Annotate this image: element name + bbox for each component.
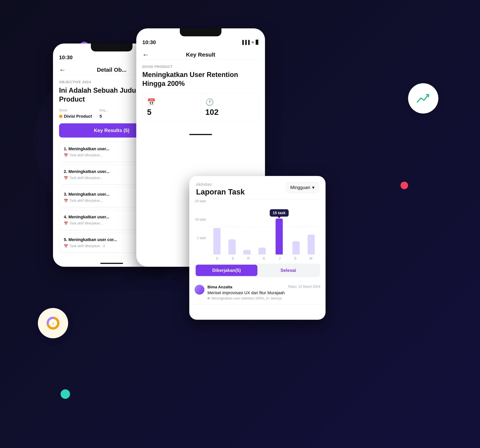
middle-phone-status-icons: ▐▐▐ ≈ ▊ bbox=[241, 40, 259, 45]
back-phone-nav-title: Detail Ob... bbox=[97, 67, 127, 73]
stat-value-1: 5 bbox=[147, 108, 151, 117]
bar-S2 bbox=[225, 239, 240, 254]
x-labels: S S R K J S M bbox=[208, 257, 320, 260]
donut-chart-icon-circle: $ bbox=[38, 308, 68, 338]
x-label-S2: S bbox=[225, 257, 241, 260]
task-author-1: Bima Anzalta bbox=[207, 285, 232, 289]
x-label-S3: S bbox=[288, 257, 303, 260]
x-label-K: K bbox=[256, 257, 272, 260]
chart-trend-icon-circle bbox=[408, 83, 438, 113]
dropdown-label: Mingguan bbox=[290, 185, 310, 190]
y-label-20: 20 task bbox=[195, 199, 206, 203]
stat-value-2: 102 bbox=[205, 108, 219, 117]
task-tag-1: Meningkatkan user retention 200%, 2+ lai… bbox=[212, 296, 282, 301]
back-phone-back-arrow[interactable]: ← bbox=[59, 66, 66, 74]
key-value: 5 bbox=[99, 114, 102, 119]
x-label-R: R bbox=[240, 257, 256, 260]
middle-phone-back-arrow[interactable]: ← bbox=[142, 51, 149, 59]
x-label-J: J bbox=[272, 257, 288, 260]
calendar-icon-2: 📅 bbox=[64, 176, 68, 180]
divisi-dot bbox=[59, 115, 63, 118]
calendar-icon-1: 📅 bbox=[64, 153, 68, 157]
calendar-icon-4: 📅 bbox=[64, 221, 68, 225]
middle-phone-nav-title: Key Result bbox=[186, 51, 215, 58]
x-label-S1: S bbox=[209, 257, 225, 260]
laporan-task-card: Aktivitas Laporan Task Mingguan ▾ 20 tas… bbox=[189, 176, 325, 320]
mingguan-dropdown[interactable]: Mingguan ▾ bbox=[286, 182, 319, 193]
key-label: Key... bbox=[99, 108, 108, 112]
calendar-icon-5: 📅 bbox=[64, 244, 68, 248]
stats-row: 📅 5 🕐 102 bbox=[142, 93, 259, 121]
bar-R bbox=[240, 250, 254, 254]
bar-M bbox=[304, 235, 319, 254]
kr-main-title: Meningkatkan User Retention Hingga 200% bbox=[142, 70, 259, 88]
back-phone-time: 10:30 bbox=[59, 55, 73, 61]
divisi-label: Divisi bbox=[59, 108, 92, 112]
task-date-1: Rabu, 12 Maret 2024 bbox=[288, 285, 320, 289]
y-label-10: 10 task bbox=[195, 217, 206, 222]
tag-icon-1: ⟳ bbox=[207, 297, 210, 300]
bar-chart: 20 task 10 task 1 task bbox=[189, 199, 325, 264]
x-label-M: M bbox=[303, 257, 319, 260]
bar-S1 bbox=[209, 228, 225, 254]
kr-sub-5: Task aktif dikerjakan : 3 bbox=[70, 244, 105, 248]
kr-sub-3: Task aktif dikerjakan... bbox=[70, 199, 103, 203]
task-item-1[interactable]: Bima Anzalta Rabu, 12 Maret 2024 Meriset… bbox=[189, 281, 325, 304]
chart-y-axis: 20 task 10 task 1 task bbox=[195, 199, 208, 260]
middle-phone-home-indicator bbox=[189, 134, 212, 135]
middle-phone-time: 10:30 bbox=[142, 39, 156, 45]
bar-J: 15 task bbox=[270, 209, 289, 254]
clock-stat-icon: 🕐 bbox=[205, 98, 214, 106]
laporan-section-title: Laporan Task bbox=[196, 188, 245, 196]
bar-S3 bbox=[289, 241, 304, 254]
tab-row: Dikerjakan(5) Selesai bbox=[195, 264, 320, 277]
calendar-icon-3: 📅 bbox=[64, 199, 68, 203]
laporan-section-label: Aktivitas bbox=[196, 182, 245, 187]
stat-box-1: 📅 5 bbox=[142, 94, 201, 121]
chart-bars-area: 15 task S S bbox=[208, 199, 320, 260]
chevron-down-icon: ▾ bbox=[312, 185, 314, 190]
divisi-product-label: DIVISI PRODUCT bbox=[142, 65, 259, 69]
calendar-stat-icon: 📅 bbox=[147, 98, 155, 106]
kr-sub-4: Task aktif dikerjakan... bbox=[70, 221, 103, 225]
back-phone-home-indicator bbox=[100, 263, 123, 264]
bars-row: 15 task bbox=[208, 199, 320, 254]
kr-sub-1: Task aktif dikerjakan... bbox=[70, 153, 103, 157]
tab-dikerjakan[interactable]: Dikerjakan(5) bbox=[196, 265, 257, 276]
tab-selesai[interactable]: Selesai bbox=[257, 265, 319, 276]
bar-K bbox=[254, 248, 270, 254]
divisi-value: Divisi Product bbox=[64, 114, 92, 119]
kr-sub-2: Task aktif dikerjakan... bbox=[70, 176, 103, 180]
task-info-1: Bima Anzalta Rabu, 12 Maret 2024 Meriset… bbox=[207, 285, 320, 301]
svg-text:$: $ bbox=[52, 322, 54, 325]
bar-tooltip: 15 task bbox=[270, 209, 289, 217]
avatar-bima bbox=[195, 285, 205, 294]
task-title-1: Meriset improvisasi UX dari fitur Muraja… bbox=[207, 290, 320, 295]
y-label-1: 1 task bbox=[195, 236, 206, 240]
stat-box-2: 🕐 102 bbox=[201, 94, 259, 121]
